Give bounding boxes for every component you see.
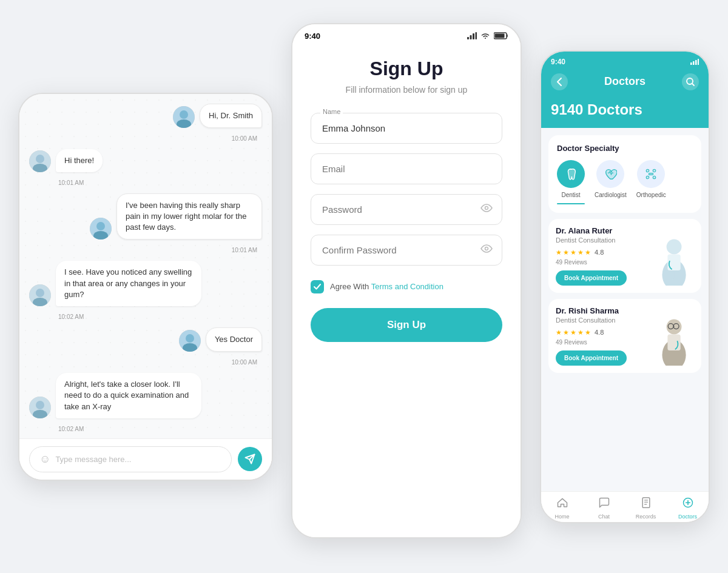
svg-rect-40 (676, 270, 679, 279)
message-row: Yes Doctor (29, 327, 262, 352)
star-4: ★ (578, 249, 584, 256)
svg-point-33 (646, 176, 649, 179)
svg-rect-43 (667, 334, 680, 350)
specialty-item-cardiologist[interactable]: Cardiologist (595, 160, 627, 204)
nav-item-chat[interactable]: Chat (583, 497, 625, 520)
message-text: Hi there! (64, 156, 94, 165)
orthopedic-label: Orthopedic (636, 192, 666, 198)
svg-point-4 (36, 155, 44, 163)
star-2: ★ (563, 249, 569, 256)
svg-point-36 (667, 239, 682, 254)
svg-rect-39 (671, 270, 674, 279)
signup-button[interactable]: Sign Up (311, 308, 502, 342)
chat-phone-frame: Hi, Dr. Smith 10:00 AM Hi there! (18, 93, 273, 481)
doctors-screen: 9:40 Doctors (541, 52, 709, 522)
message-bubble: I see. Have you noticed any swelling in … (56, 261, 201, 306)
chat-input-placeholder[interactable]: Type message here... (55, 455, 221, 464)
svg-point-16 (36, 401, 44, 409)
chat-screen: Hi, Dr. Smith 10:00 AM Hi there! (19, 94, 272, 480)
main-container: Hi, Dr. Smith 10:00 AM Hi there! (0, 23, 728, 551)
doctors-search-button[interactable] (682, 73, 699, 90)
svg-rect-19 (470, 35, 472, 39)
signal-icon (467, 32, 477, 39)
reviews-count: 49 Reviews (556, 259, 650, 266)
heart-icon (604, 167, 617, 181)
svg-rect-26 (690, 62, 692, 65)
confirm-eye-icon[interactable] (480, 244, 493, 255)
avatar (29, 284, 51, 306)
svg-rect-29 (698, 59, 699, 65)
signup-form-content: Sign Up Fill information below for sign … (292, 45, 521, 537)
password-input[interactable] (311, 194, 502, 225)
name-input[interactable] (311, 113, 502, 144)
message-bubble-wrap: Hi, Dr. Smith (200, 104, 262, 128)
send-button[interactable] (238, 447, 262, 471)
book-appointment-button-2[interactable]: Book Appointment (556, 350, 627, 366)
password-eye-icon[interactable] (480, 204, 493, 215)
message-text: Alright, let's take a closer look. I'll … (64, 380, 189, 410)
message-row: Hi, Dr. Smith (29, 104, 262, 128)
name-field-group: Name (311, 113, 502, 144)
specialty-section-title: Doctor Specialty (557, 144, 693, 153)
message-time: 10:00 AM (29, 359, 262, 366)
star-3: ★ (570, 249, 576, 256)
doctor-photo (655, 226, 694, 286)
status-time: 9:40 (305, 32, 320, 41)
specialty-item-dentist[interactable]: Dentist (557, 160, 585, 204)
svg-point-7 (96, 222, 105, 230)
battery-icon (494, 32, 508, 39)
rating-number: 4.8 (595, 249, 604, 256)
signup-title: Sign Up (370, 58, 443, 80)
doctors-phone-frame: 9:40 Doctors (540, 50, 710, 523)
doctor-card-info: Dr. Alana Ruter Dentist Consultation ★ ★… (556, 226, 650, 286)
doctors-count-section: 9140 Doctors (541, 99, 709, 128)
confirm-password-input[interactable] (311, 235, 502, 266)
home-icon (556, 497, 568, 512)
svg-point-41 (667, 319, 682, 334)
emoji-icon[interactable]: ☺ (39, 453, 50, 466)
specialty-icons-row: Dentist Cardiologist (557, 160, 693, 204)
terms-checkbox[interactable] (311, 280, 324, 293)
message-time: 10:01 AM (29, 179, 262, 186)
book-appointment-button[interactable]: Book Appointment (556, 270, 627, 286)
terms-link[interactable]: Terms and Condition (371, 282, 443, 291)
nav-item-records[interactable]: Records (625, 497, 667, 520)
confirm-password-field-group (311, 235, 502, 266)
email-field-group (311, 153, 502, 184)
terms-row: Agree With Terms and Condition (311, 280, 502, 293)
doctors-nav-label: Doctors (678, 514, 697, 520)
bottom-navigation: Home Chat Records (541, 491, 709, 522)
message-bubble: Alright, let's take a closer look. I'll … (56, 373, 201, 418)
doctor-card-2: Dr. Rishi Sharma Dentist Consultation ★ … (548, 299, 701, 373)
svg-point-1 (180, 110, 188, 119)
svg-rect-35 (649, 173, 653, 175)
message-bubble: Hi there! (56, 149, 103, 172)
stars-row: ★ ★ ★ ★ ★ 4.8 (556, 329, 650, 337)
svg-point-25 (485, 247, 488, 250)
cardiologist-icon-circle (596, 160, 624, 188)
doctors-body: Doctor Specialty Dentist (541, 128, 709, 491)
nav-item-home[interactable]: Home (541, 497, 583, 520)
star-1: ★ (556, 249, 562, 256)
stars-row: ★ ★ ★ ★ ★ 4.8 (556, 249, 650, 256)
svg-rect-28 (695, 60, 697, 65)
avatar (179, 330, 201, 352)
dentist-icon-circle (557, 160, 585, 188)
status-icons (467, 32, 508, 39)
svg-point-24 (485, 207, 488, 210)
message-text: Yes Doctor (215, 335, 253, 344)
password-field-group (311, 194, 502, 225)
back-button[interactable] (551, 73, 568, 90)
doctors-count: 9140 (551, 101, 583, 118)
records-label: Records (636, 514, 656, 520)
email-input[interactable] (311, 153, 502, 184)
nav-item-doctors[interactable]: Doctors (667, 497, 709, 520)
chat-messages-list: Hi, Dr. Smith 10:00 AM Hi there! (19, 94, 272, 438)
doctors-title-bar: Doctors (541, 69, 709, 99)
specialty-item-orthopedic[interactable]: Orthopedic (636, 160, 666, 204)
status-bar: 9:40 (292, 24, 521, 45)
chat-label: Chat (598, 514, 610, 520)
avatar (29, 397, 51, 418)
doctor-specialty: Dentist Consultation (556, 236, 650, 244)
status-time: 9:40 (551, 58, 565, 66)
